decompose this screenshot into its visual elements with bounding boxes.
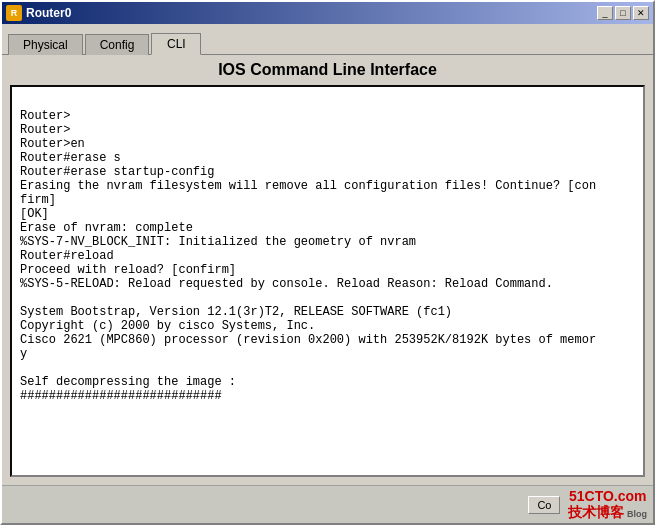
watermark-bar: Co 51CTO.com 技术博客 Blog [2,485,653,523]
title-bar: R Router0 _ □ ✕ [2,2,653,24]
title-bar-left: R Router0 [6,5,71,21]
title-buttons: _ □ ✕ [597,6,649,20]
window-icon: R [6,5,22,21]
section-title: IOS Command Line Interface [10,61,645,79]
watermark-button[interactable]: Co [528,496,560,514]
main-window: R Router0 _ □ ✕ Physical Config CLI IOS … [0,0,655,525]
watermark-site: 51CTO.com [569,488,647,504]
tab-bar: Physical Config CLI [2,24,653,54]
watermark-sublabel: 技术博客 Blog [568,504,647,522]
terminal-wrapper: Router> Router> Router>en Router#erase s… [10,85,645,477]
close-button[interactable]: ✕ [633,6,649,20]
minimize-button[interactable]: _ [597,6,613,20]
tab-physical[interactable]: Physical [8,34,83,55]
terminal-output[interactable]: Router> Router> Router>en Router#erase s… [12,87,643,475]
main-content: IOS Command Line Interface Router> Route… [2,54,653,485]
maximize-button[interactable]: □ [615,6,631,20]
watermark-logo: 51CTO.com 技术博客 Blog [568,488,647,522]
tab-cli[interactable]: CLI [151,33,201,55]
window-title: Router0 [26,6,71,20]
tab-config[interactable]: Config [85,34,150,55]
